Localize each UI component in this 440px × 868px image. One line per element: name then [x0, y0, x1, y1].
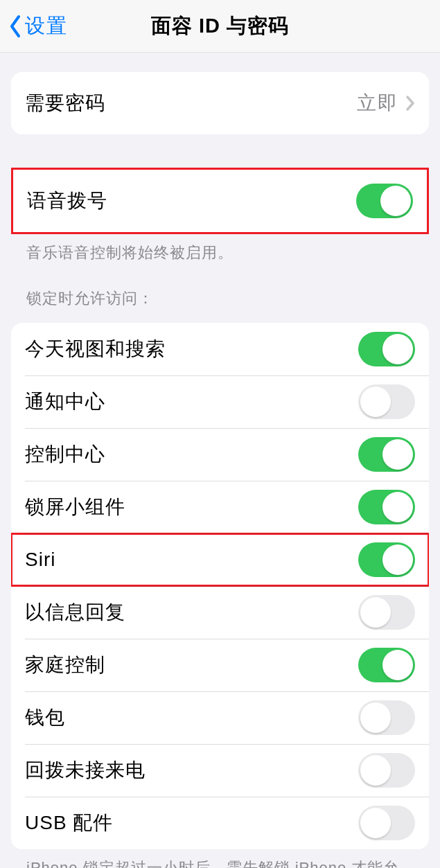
locked-item-label: 回拨未接来电 — [25, 757, 358, 783]
row-locked-item: USB 配件 — [11, 797, 429, 849]
back-button[interactable]: 设置 — [0, 12, 68, 40]
locked-item-toggle[interactable] — [358, 384, 415, 419]
locked-item-toggle[interactable] — [358, 753, 415, 788]
row-locked-item: 家庭控制 — [11, 639, 429, 691]
navbar: 设置 面容 ID 与密码 — [0, 0, 440, 53]
row-require-passcode[interactable]: 需要密码 立即 — [11, 72, 429, 134]
locked-access-header: 锁定时允许访问： — [11, 288, 429, 316]
row-locked-item: Siri — [11, 533, 429, 586]
locked-item-label: 以信息回复 — [25, 599, 358, 626]
row-locked-item: 控制中心 — [11, 428, 429, 481]
locked-access-footer: iPhone 锁定超过一小时后，需先解锁 iPhone 才能允许USB 配件连接… — [11, 849, 429, 868]
locked-item-label: 锁屏小组件 — [25, 494, 358, 520]
locked-item-toggle[interactable] — [358, 437, 415, 472]
locked-item-toggle[interactable] — [358, 700, 415, 735]
row-locked-item: 以信息回复 — [11, 586, 429, 639]
voice-dial-toggle[interactable] — [356, 184, 413, 218]
locked-item-label: 家庭控制 — [25, 652, 358, 678]
row-locked-item: 锁屏小组件 — [11, 481, 429, 533]
group-require-passcode: 需要密码 立即 — [11, 72, 429, 134]
voice-dial-label: 语音拨号 — [27, 188, 356, 214]
row-locked-item: 今天视图和搜索 — [11, 323, 429, 375]
locked-item-label: 今天视图和搜索 — [25, 336, 358, 362]
locked-item-label: USB 配件 — [25, 810, 358, 836]
chevron-left-icon — [8, 15, 22, 38]
row-locked-item: 回拨未接来电 — [11, 744, 429, 797]
locked-item-toggle[interactable] — [358, 648, 415, 682]
voice-dial-footer: 音乐语音控制将始终被启用。 — [11, 234, 429, 263]
group-voice-dial: 语音拨号 — [11, 168, 429, 234]
locked-item-toggle[interactable] — [358, 595, 415, 630]
locked-item-toggle[interactable] — [358, 806, 415, 840]
locked-item-label: Siri — [25, 549, 358, 571]
row-voice-dial: 语音拨号 — [13, 170, 427, 232]
locked-item-label: 通知中心 — [25, 389, 358, 415]
row-locked-item: 钱包 — [11, 691, 429, 744]
group-locked-access: 今天视图和搜索通知中心控制中心锁屏小组件Siri以信息回复家庭控制钱包回拨未接来… — [11, 323, 429, 849]
locked-item-toggle[interactable] — [358, 332, 415, 366]
require-passcode-label: 需要密码 — [25, 90, 357, 116]
chevron-right-icon — [405, 95, 415, 112]
locked-item-label: 控制中心 — [25, 441, 358, 468]
locked-item-toggle[interactable] — [358, 490, 415, 524]
back-label: 设置 — [25, 12, 68, 40]
require-passcode-value: 立即 — [357, 90, 398, 116]
locked-item-toggle[interactable] — [358, 542, 415, 577]
locked-item-label: 钱包 — [25, 705, 358, 731]
row-locked-item: 通知中心 — [11, 375, 429, 428]
